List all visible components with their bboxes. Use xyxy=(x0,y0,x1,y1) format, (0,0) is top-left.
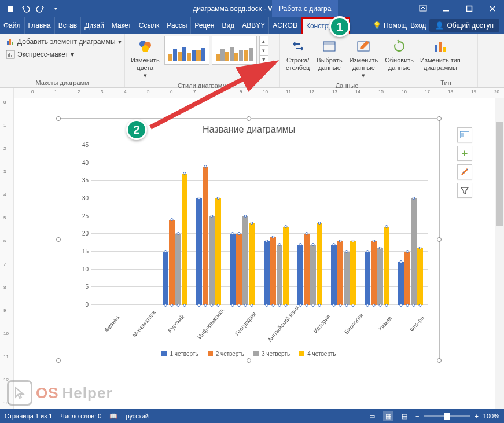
document-title: диаграмма ворд.docx - Word xyxy=(66,5,411,13)
tab-review[interactable]: Рецен xyxy=(191,17,218,34)
zoom-level[interactable]: 100% xyxy=(483,413,499,420)
maximize-icon[interactable] xyxy=(458,0,481,17)
chart-plot-area[interactable]: 051015202530354045 xyxy=(91,145,428,305)
add-chart-element-button[interactable]: +Добавить элемент диаграммы ▾ xyxy=(3,36,124,47)
share-label: Общий доступ xyxy=(447,21,494,30)
refresh-data-button[interactable]: Обновить данные xyxy=(382,36,416,73)
vertical-ruler: 01234567891011121314 xyxy=(0,88,14,409)
svg-rect-5 xyxy=(12,42,13,45)
svg-rect-2 xyxy=(467,6,472,12)
tab-layout[interactable]: Макет xyxy=(108,17,135,34)
group-label-type: Тип xyxy=(418,78,474,86)
group-label-layouts: Макеты диаграмм xyxy=(3,78,121,86)
svg-text:+: + xyxy=(13,37,15,42)
svg-point-13 xyxy=(142,45,149,52)
annotation-callout-2: 2 xyxy=(126,119,147,140)
refresh-data-label: Обновить данные xyxy=(385,57,414,72)
watermark-text-1: OS xyxy=(36,384,59,402)
cursor-icon xyxy=(7,380,32,406)
gallery-down-icon[interactable]: ▾ xyxy=(260,46,268,55)
watermark-text-2: Helper xyxy=(62,384,113,402)
proofing-icon[interactable]: 📖 xyxy=(109,413,117,420)
status-bar: Страница 1 из 1 Число слов: 0 📖 русский … xyxy=(0,409,504,423)
tab-file[interactable]: Файл xyxy=(0,17,25,34)
undo-icon[interactable] xyxy=(19,2,32,16)
title-bar: ▾ диаграмма ворд.docx - Word Работа с ди… xyxy=(0,0,504,17)
tab-mailings[interactable]: Рассы xyxy=(163,17,191,34)
sign-in[interactable]: Вход xyxy=(410,21,426,30)
tab-view[interactable]: Вид xyxy=(218,17,238,34)
svg-rect-17 xyxy=(435,45,437,52)
chart-elements-icon[interactable]: + xyxy=(457,146,472,161)
tab-design[interactable]: Дизай xyxy=(81,17,108,34)
svg-rect-1 xyxy=(443,10,449,12)
redo-icon[interactable] xyxy=(34,2,47,16)
chart-legend[interactable]: 1 четверть2 четверть3 четверть4 четверть xyxy=(58,351,439,357)
read-mode-icon[interactable]: ▭ xyxy=(369,413,375,420)
svg-rect-19 xyxy=(443,47,446,52)
person-icon: 👤 xyxy=(435,21,444,30)
chart-filters-icon[interactable] xyxy=(457,183,472,198)
print-layout-icon[interactable]: ▦ xyxy=(383,411,393,421)
chart-styles-icon[interactable] xyxy=(457,164,472,179)
svg-rect-8 xyxy=(8,54,9,57)
switch-row-column-label: Строка/ столбец xyxy=(286,57,310,72)
annotation-callout-1: 1 xyxy=(329,16,350,37)
annotation-arrow xyxy=(145,58,284,133)
workspace: 01234567891011121314 0123456789101112131… xyxy=(0,88,504,409)
vertical-scrollbar[interactable] xyxy=(495,98,504,409)
tab-references[interactable]: Ссылк xyxy=(135,17,164,34)
svg-rect-10 xyxy=(11,55,12,57)
quick-layout-button[interactable]: Экспресс-макет ▾ xyxy=(3,49,124,60)
svg-rect-3 xyxy=(7,41,9,45)
chart-object[interactable]: Название диаграммы 051015202530354045 Фи… xyxy=(58,118,440,361)
svg-rect-21 xyxy=(461,133,464,137)
tab-home[interactable]: Главна xyxy=(25,17,55,34)
tell-me-label: Помощ xyxy=(384,21,407,30)
zoom-slider[interactable]: − + 100% xyxy=(415,413,499,420)
share-button[interactable]: 👤Общий доступ xyxy=(429,19,499,32)
zoom-in-icon[interactable]: + xyxy=(474,413,478,420)
chart-layout-options-icon[interactable] xyxy=(457,127,472,142)
tell-me[interactable]: 💡Помощ xyxy=(373,21,407,30)
ribbon-collapse-icon[interactable] xyxy=(411,0,435,17)
document-page: Название диаграммы 051015202530354045 Фи… xyxy=(37,104,477,405)
tab-insert[interactable]: Встав xyxy=(55,17,81,34)
svg-rect-0 xyxy=(420,5,426,11)
save-icon[interactable] xyxy=(3,2,17,16)
add-chart-element-label: Добавить элемент диаграммы xyxy=(17,38,116,46)
status-page[interactable]: Страница 1 из 1 xyxy=(5,413,52,420)
zoom-out-icon[interactable]: − xyxy=(415,413,419,420)
chart-tools-context-label: Работа с диагра xyxy=(272,0,338,17)
status-language[interactable]: русский xyxy=(126,413,148,420)
ribbon-tabs: Файл Главна Встав Дизай Макет Ссылк Расс… xyxy=(0,17,504,34)
switch-row-column-button[interactable]: Строка/ столбец xyxy=(284,36,312,73)
chart-x-labels: ФизикаМатематикаРусскийИнформатикаГеогра… xyxy=(91,319,428,329)
edit-data-button[interactable]: Изменить данные ▾ xyxy=(347,36,381,81)
close-icon[interactable] xyxy=(481,0,504,17)
svg-rect-15 xyxy=(323,42,335,45)
svg-rect-9 xyxy=(9,53,10,57)
select-data-button[interactable]: Выбрать данные xyxy=(314,36,344,73)
quick-layout-label: Экспресс-макет xyxy=(17,50,68,58)
tab-abbyy[interactable]: ABBYY xyxy=(238,17,269,34)
select-data-label: Выбрать данные xyxy=(317,57,342,72)
watermark: OS Helper xyxy=(7,380,113,406)
edit-data-label: Изменить данные xyxy=(350,57,378,72)
web-layout-icon[interactable]: ▤ xyxy=(402,413,407,420)
qat-more-icon[interactable]: ▾ xyxy=(49,2,62,16)
gallery-up-icon[interactable]: ▴ xyxy=(260,36,268,46)
change-chart-type-button[interactable]: Изменить тип диаграммы xyxy=(418,36,463,73)
bulb-icon: 💡 xyxy=(373,21,381,30)
svg-rect-18 xyxy=(439,42,442,52)
tab-acrobat[interactable]: ACROB xyxy=(269,17,301,34)
minimize-icon[interactable] xyxy=(435,0,458,17)
change-chart-type-label: Изменить тип диаграммы xyxy=(420,57,461,72)
status-word-count[interactable]: Число слов: 0 xyxy=(60,413,101,420)
svg-rect-4 xyxy=(9,39,11,45)
svg-line-22 xyxy=(150,62,275,127)
